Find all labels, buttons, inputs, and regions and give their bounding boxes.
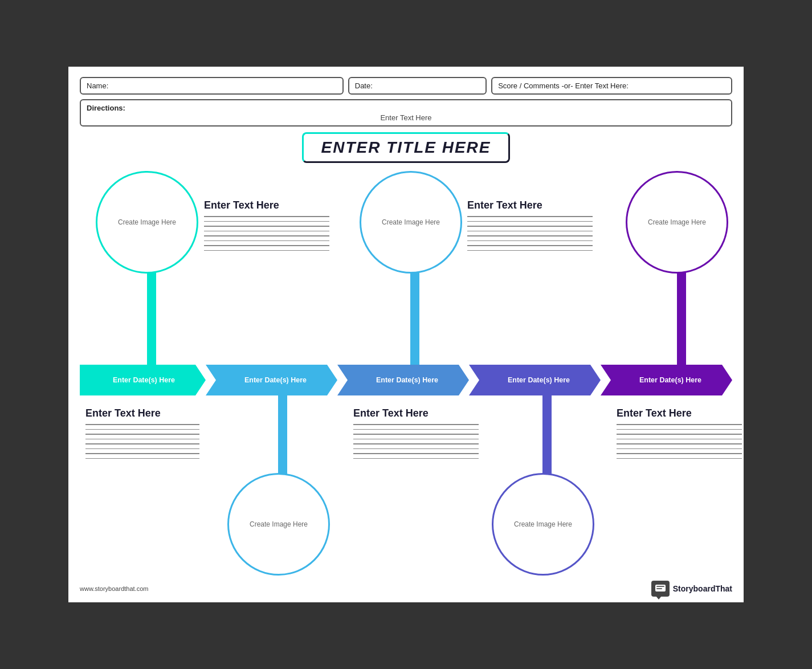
directions-label: Directions: [87,104,125,112]
line [204,226,329,227]
line [353,434,479,435]
footer: www.storyboardthat.com StoryboardThat [80,581,732,597]
arrow-3[interactable]: Enter Date(s) Here [337,365,469,395]
line [617,424,742,425]
text-block-above-2: Enter Text Here [467,199,593,251]
tb-below-3-lines [353,424,479,459]
footer-brand-name: StoryboardThat [673,584,732,593]
line [617,434,742,435]
svg-rect-1 [656,586,664,587]
stem-bot-2 [278,395,287,475]
arrow-5[interactable]: Enter Date(s) Here [601,365,732,395]
circle-top-2-label: Create Image Here [382,218,440,226]
date-field[interactable]: Date: [348,77,487,95]
line [617,429,742,430]
circle-top-1[interactable]: Create Image Here [96,171,198,274]
tb-below-5-title[interactable]: Enter Text Here [617,407,742,419]
name-field[interactable]: Name: [80,77,344,95]
line [467,231,593,232]
line [85,458,199,459]
text-block-below-1: Enter Text Here [85,407,199,459]
tb-above-2-title[interactable]: Enter Text Here [467,199,593,211]
line [204,235,329,236]
circle-top-2[interactable]: Create Image Here [360,171,462,274]
text-block-below-3: Enter Text Here [353,407,479,459]
score-field[interactable]: Score / Comments -or- Enter Text Here: [491,77,732,95]
directions-box[interactable]: Directions: Enter Text Here [80,99,732,127]
line [617,443,742,444]
tb-above-1-lines [204,216,329,251]
arrow-2-label: Enter Date(s) Here [244,376,307,384]
arrow-4[interactable]: Enter Date(s) Here [469,365,601,395]
line [85,429,199,430]
title-container: ENTER TITLE HERE [80,132,732,163]
line [467,245,593,246]
tb-below-1-lines [85,424,199,459]
line [204,250,329,251]
line [204,231,329,232]
line [467,221,593,222]
score-label: Score / Comments -or- Enter Text Here: [498,81,629,90]
line [85,448,199,450]
line [467,240,593,242]
timeline-area: Create Image Here Create Image Here Crea… [80,171,732,581]
arrow-4-label: Enter Date(s) Here [508,376,570,384]
circle-top-3[interactable]: Create Image Here [626,171,728,274]
line [617,448,742,450]
title-box[interactable]: ENTER TITLE HERE [302,132,509,163]
timeline-row: Enter Date(s) Here Enter Date(s) Here En… [80,365,732,395]
header-row: Name: Date: Score / Comments -or- Enter … [80,77,732,95]
line [617,453,742,454]
circle-bot-2[interactable]: Create Image Here [227,473,330,576]
tb-above-1-title[interactable]: Enter Text Here [204,199,329,211]
directions-text: Enter Text Here [87,113,725,122]
tb-above-2-lines [467,216,593,251]
line [85,434,199,435]
date-label: Date: [355,81,373,90]
line [467,216,593,217]
line [353,453,479,454]
line [204,216,329,217]
line [467,250,593,251]
line [467,235,593,236]
circle-bot-4-label: Create Image Here [514,520,572,528]
line [204,240,329,242]
stem-top-3 [677,268,686,368]
title-text: ENTER TITLE HERE [321,138,491,156]
line [353,448,479,450]
stem-bot-4 [542,395,552,475]
stem-top-2 [410,268,419,368]
arrow-2[interactable]: Enter Date(s) Here [206,365,337,395]
arrow-1-label: Enter Date(s) Here [113,376,175,384]
text-block-below-5: Enter Text Here [617,407,742,459]
svg-rect-2 [656,588,662,589]
line [467,226,593,227]
tb-below-3-title[interactable]: Enter Text Here [353,407,479,419]
circle-bot-4[interactable]: Create Image Here [492,473,594,576]
line [617,458,742,459]
page: Name: Date: Score / Comments -or- Enter … [68,67,744,602]
footer-url: www.storyboardthat.com [80,585,148,592]
arrow-1[interactable]: Enter Date(s) Here [80,365,206,395]
line [85,439,199,440]
line [85,453,199,454]
line [353,424,479,425]
line [204,221,329,222]
tb-below-1-title[interactable]: Enter Text Here [85,407,199,419]
line [85,443,199,444]
footer-logo: StoryboardThat [651,581,732,597]
circle-bot-2-label: Create Image Here [250,520,308,528]
name-label: Name: [87,81,108,90]
tb-below-5-lines [617,424,742,459]
arrow-3-label: Enter Date(s) Here [376,376,438,384]
circle-top-1-label: Create Image Here [118,218,176,226]
line [85,424,199,425]
line [617,439,742,440]
arrow-5-label: Enter Date(s) Here [639,376,701,384]
line [353,429,479,430]
line [353,443,479,444]
text-block-above-1: Enter Text Here [204,199,329,251]
line [353,439,479,440]
circle-top-3-label: Create Image Here [648,218,706,226]
stem-top-1 [147,268,156,368]
